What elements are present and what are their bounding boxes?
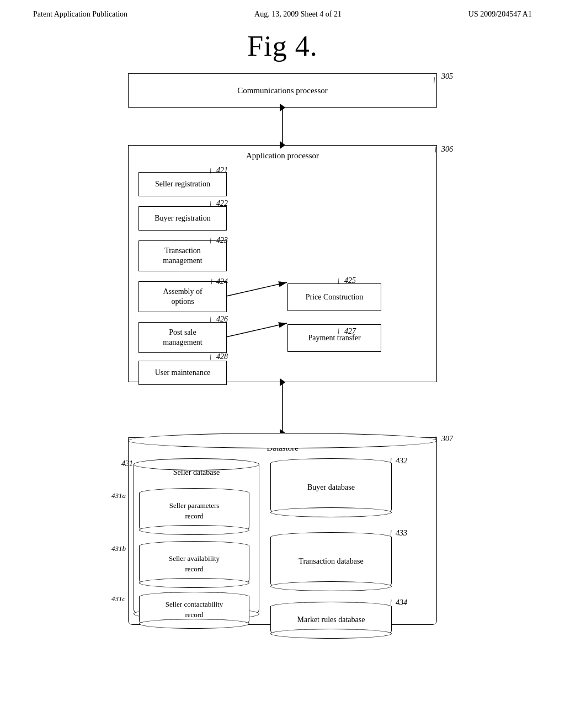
ref-425: 425: [344, 276, 356, 285]
header: Patent Application Publication Aug. 13, …: [0, 0, 565, 24]
post-sale-box: Post sale management: [138, 322, 227, 353]
figure-title: Fig 4.: [0, 30, 565, 62]
app-proc-outer: Application processor Seller registratio…: [128, 145, 437, 382]
diagram: Communications processor 305 / Applicati…: [56, 73, 509, 658]
ref-431a: 431a: [111, 491, 126, 500]
ref-426: 426: [216, 315, 228, 324]
ref-421: 421: [216, 166, 228, 175]
seller-params-bottom: [139, 525, 249, 535]
header-middle: Aug. 13, 2009 Sheet 4 of 21: [254, 10, 342, 19]
seller-avail-bottom: [139, 578, 249, 588]
seller-contact-label-2: record: [166, 610, 223, 620]
ref-424: 424: [216, 277, 228, 286]
payment-transfer-box: Payment transfer: [287, 324, 381, 352]
user-maintenance-label: User maintenance: [155, 368, 211, 377]
seller-params-label-1: Seller parameters: [169, 501, 220, 511]
header-left: Patent Application Publication: [33, 10, 127, 19]
post-sale-label-2: management: [163, 338, 202, 347]
ref-431c: 431c: [111, 595, 125, 603]
transaction-mgmt-label-1: Transaction: [163, 246, 202, 256]
transaction-mgmt-box: Transaction management: [138, 240, 227, 271]
buyer-reg-box: Buyer registration: [138, 206, 227, 231]
ref-305: 305: [441, 72, 453, 81]
seller-reg-box: Seller registration: [138, 172, 227, 196]
comm-proc-label: Communications processor: [237, 86, 328, 95]
buyer-reg-label: Buyer registration: [154, 214, 210, 223]
seller-db-top: [134, 458, 259, 470]
transaction-mgmt-label-2: management: [163, 256, 202, 266]
seller-avail-body: Seller availability record: [139, 545, 249, 583]
datastore-top-ellipse: [128, 433, 437, 448]
buyer-db-label: Buyer database: [307, 483, 355, 492]
ref-423: 423: [216, 236, 228, 245]
post-sale-label-1: Post sale: [163, 328, 202, 338]
comm-proc-box: Communications processor: [128, 73, 437, 108]
transaction-db-label: Transaction database: [299, 557, 363, 566]
ref-427: 427: [344, 327, 356, 336]
seller-avail-label-2: record: [169, 564, 220, 574]
price-construction-box: Price Construction: [287, 283, 381, 311]
ref-431b: 431b: [111, 544, 126, 553]
user-maintenance-box: User maintenance: [138, 361, 227, 385]
ref-434: 434: [396, 598, 407, 607]
ref-432: 432: [396, 457, 407, 465]
seller-params-body: Seller parameters record: [139, 493, 249, 530]
seller-avail-label-1: Seller availability: [169, 554, 220, 564]
ref-306: 306: [441, 145, 453, 154]
market-rules-db-bottom: [270, 629, 392, 639]
seller-contact-bottom: [139, 619, 249, 629]
seller-reg-label: Seller registration: [155, 180, 210, 189]
header-right: US 2009/204547 A1: [468, 10, 532, 19]
buyer-db-bottom: [270, 507, 392, 517]
ref-431: 431: [121, 459, 133, 468]
assembly-label-2: options: [163, 297, 202, 307]
seller-params-label-2: record: [169, 511, 220, 521]
app-proc-label: Application processor: [246, 151, 319, 160]
market-rules-db-label: Market rules database: [297, 615, 365, 624]
transaction-db-body: Transaction database: [270, 537, 392, 586]
buyer-db-body: Buyer database: [270, 463, 392, 512]
ref-422: 422: [216, 199, 228, 208]
price-construction-label: Price Construction: [306, 293, 364, 302]
ref-428: 428: [216, 352, 228, 361]
seller-contact-label-1: Seller contactability: [166, 599, 223, 609]
ref-307: 307: [441, 435, 453, 443]
ref-433: 433: [396, 529, 407, 538]
transaction-db-bottom: [270, 581, 392, 591]
assembly-label-1: Assembly of: [163, 287, 202, 297]
